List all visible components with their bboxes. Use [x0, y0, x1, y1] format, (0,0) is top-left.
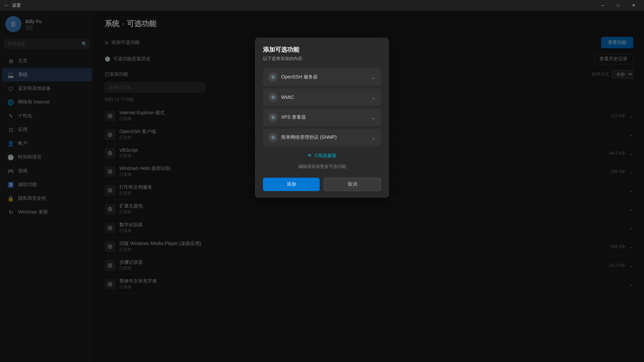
modal-option-name: OpenSSH 服务器 [281, 74, 318, 80]
titlebar-title: 设置 [12, 2, 21, 8]
close-button[interactable]: ✕ [626, 0, 641, 11]
modal-body: ⚙ OpenSSH 服务器 ⌄ ⚙ WMIC ⌄ ⚙ XPS 查看器 ⌄ ⚙ 简… [255, 66, 389, 178]
modal-option-xps[interactable]: ⚙ XPS 查看器 ⌄ [263, 109, 381, 126]
watermark-icon: 👁 [307, 153, 312, 158]
modal-option-icon: ⚙ [268, 113, 278, 122]
modal-option-icon: ⚙ [268, 133, 278, 142]
modal-footer: 添加 取消 [255, 178, 389, 198]
modal-options: ⚙ OpenSSH 服务器 ⌄ ⚙ WMIC ⌄ ⚙ XPS 查看器 ⌄ ⚙ 简… [263, 68, 381, 146]
modal-option-left: ⚙ WMIC [268, 93, 294, 102]
modal-option-openssh[interactable]: ⚙ OpenSSH 服务器 ⌄ [263, 68, 381, 86]
modal-option-name: XPS 查看器 [281, 114, 306, 120]
modal-overlay: 添加可选功能 以下是将添加的内容: ⚙ OpenSSH 服务器 ⌄ ⚙ WMIC… [0, 11, 644, 362]
modal-option-icon: ⚙ [268, 93, 278, 102]
modal-option-name: 简单网络管理协议 (SNMP) [281, 134, 337, 140]
modal-option-left: ⚙ OpenSSH 服务器 [268, 72, 318, 82]
modal: 添加可选功能 以下是将添加的内容: ⚙ OpenSSH 服务器 ⌄ ⚙ WMIC… [255, 38, 389, 198]
modal-option-wmic[interactable]: ⚙ WMIC ⌄ [263, 88, 381, 106]
modal-watermark: 👁 ©系统极客 [263, 149, 381, 162]
minimize-button[interactable]: ─ [595, 0, 610, 11]
titlebar: ← 设置 ─ □ ✕ [0, 0, 644, 11]
titlebar-left: ← 设置 [4, 2, 21, 8]
back-button[interactable]: ← [4, 2, 9, 8]
modal-option-left: ⚙ XPS 查看器 [268, 113, 306, 122]
modal-option-icon: ⚙ [268, 72, 278, 82]
modal-subtitle: 以下是将添加的内容: [263, 56, 381, 62]
titlebar-controls: ─ □ ✕ [595, 0, 641, 11]
modal-option-left: ⚙ 简单网络管理协议 (SNMP) [268, 133, 337, 142]
modal-option-chevron-icon: ⌄ [371, 134, 376, 141]
modal-option-name: WMIC [281, 95, 294, 100]
modal-option-snmp[interactable]: ⚙ 简单网络管理协议 (SNMP) ⌄ [263, 129, 381, 146]
modal-option-chevron-icon: ⌄ [371, 74, 376, 80]
add-button[interactable]: 添加 [263, 178, 320, 191]
modal-option-chevron-icon: ⌄ [371, 114, 376, 121]
modal-edit-link[interactable]: 编辑或添加更多可选功能 [263, 162, 381, 175]
cancel-button[interactable]: 取消 [324, 178, 381, 191]
modal-header: 添加可选功能 以下是将添加的内容: [255, 38, 389, 66]
restore-button[interactable]: □ [610, 0, 626, 11]
modal-option-chevron-icon: ⌄ [371, 94, 376, 101]
modal-title: 添加可选功能 [263, 46, 381, 54]
